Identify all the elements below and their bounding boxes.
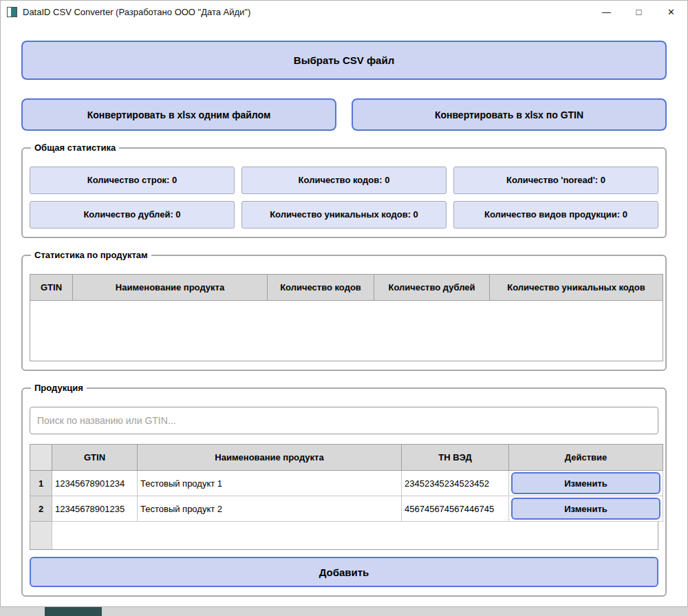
- stats-grid: Количество строк: 0 Количество кодов: 0 …: [30, 167, 658, 229]
- maximize-button[interactable]: □: [623, 1, 655, 23]
- add-button[interactable]: Добавить: [30, 557, 658, 587]
- select-csv-button[interactable]: Выбрать CSV файл: [21, 41, 667, 80]
- product-stats-group: Статистика по продуктам GTIN Наименовани…: [21, 255, 667, 371]
- column-header-gtin[interactable]: GTIN: [30, 275, 73, 301]
- column-header-tnved[interactable]: ТН ВЭД: [402, 445, 509, 471]
- close-button[interactable]: ✕: [655, 1, 687, 23]
- column-header-unique-codes-count[interactable]: Количество уникальных кодов: [490, 275, 663, 301]
- column-header-duplicates-count[interactable]: Количество дублей: [374, 275, 490, 301]
- product-stats-table: GTIN Наименование продукта Количество ко…: [30, 274, 663, 361]
- table-row: 1 12345678901234 Тестовый продукт 1 2345…: [30, 471, 663, 496]
- row-header-strip: [30, 522, 52, 549]
- stat-codes-count: Количество кодов: 0: [241, 167, 447, 194]
- product-stats-empty-area: [30, 301, 663, 361]
- column-header-gtin[interactable]: GTIN: [52, 445, 138, 471]
- title-bar: DataID CSV Converter (Разработано ООО "Д…: [1, 1, 687, 23]
- products-title: Продукция: [31, 383, 87, 393]
- taskbar: [0, 607, 688, 616]
- general-stats-title: Общая статистика: [31, 142, 119, 153]
- product-stats-title: Статистика по продуктам: [31, 250, 151, 260]
- cell-action: Изменить: [509, 496, 663, 522]
- edit-button[interactable]: Изменить: [511, 472, 660, 494]
- convert-by-gtin-button[interactable]: Конвертировать в xlsx по GTIN: [352, 98, 667, 131]
- minimize-button[interactable]: —: [590, 1, 623, 23]
- column-header-action[interactable]: Действие: [509, 445, 663, 471]
- window-controls: — □ ✕: [590, 1, 687, 23]
- edit-button[interactable]: Изменить: [511, 498, 660, 520]
- column-header-row-number: [30, 445, 52, 471]
- products-table: GTIN Наименование продукта ТН ВЭД Действ…: [30, 444, 663, 522]
- stat-product-types-count: Количество видов продукции: 0: [453, 201, 658, 229]
- products-header-row: GTIN Наименование продукта ТН ВЭД Действ…: [30, 445, 663, 471]
- products-group: Продукция GTIN Наименование продукта ТН …: [21, 387, 667, 597]
- products-table-empty-area: [30, 522, 658, 550]
- convert-single-file-button[interactable]: Конвертировать в xlsx одним файлом: [21, 98, 336, 131]
- cell-product-name[interactable]: Тестовый продукт 1: [138, 471, 402, 496]
- stat-duplicates-count: Количество дублей: 0: [30, 201, 235, 229]
- column-header-product-name[interactable]: Наименование продукта: [73, 275, 268, 301]
- search-input[interactable]: [30, 407, 658, 434]
- window-title: DataID CSV Converter (Разработано ООО "Д…: [23, 7, 250, 17]
- column-header-codes-count[interactable]: Количество кодов: [268, 275, 374, 301]
- row-number[interactable]: 1: [30, 471, 52, 496]
- stat-rows-count: Количество строк: 0: [30, 167, 235, 194]
- stat-noread-count: Количество 'noread': 0: [453, 167, 658, 194]
- column-header-product-name[interactable]: Наименование продукта: [138, 445, 402, 471]
- table-row: 2 12345678901235 Тестовый продукт 2 4567…: [30, 496, 663, 522]
- stat-unique-codes-count: Количество уникальных кодов: 0: [241, 201, 447, 229]
- app-icon: [7, 7, 17, 17]
- cell-action: Изменить: [509, 471, 663, 496]
- cell-tnved[interactable]: 23452345234523452: [402, 471, 509, 496]
- main-content: Выбрать CSV файл Конвертировать в xlsx о…: [1, 41, 687, 597]
- taskbar-app-button[interactable]: [45, 607, 102, 616]
- cell-gtin[interactable]: 12345678901234: [52, 471, 138, 496]
- general-stats-group: Общая статистика Количество строк: 0 Кол…: [21, 147, 667, 238]
- row-number[interactable]: 2: [30, 496, 52, 522]
- cell-product-name[interactable]: Тестовый продукт 2: [138, 496, 402, 522]
- cell-tnved[interactable]: 456745674567446745: [402, 496, 509, 522]
- app-window: DataID CSV Converter (Разработано ООО "Д…: [0, 0, 688, 607]
- cell-gtin[interactable]: 12345678901235: [52, 496, 138, 522]
- product-stats-header-row: GTIN Наименование продукта Количество ко…: [30, 275, 663, 301]
- convert-buttons-row: Конвертировать в xlsx одним файлом Конве…: [21, 98, 667, 131]
